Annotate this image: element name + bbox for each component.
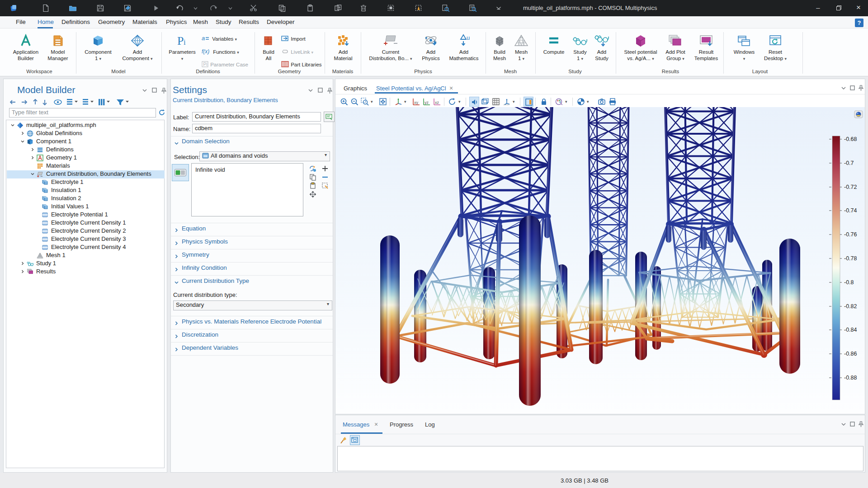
svg-text:f(x): f(x): [202, 48, 209, 55]
svg-text:i: i: [184, 38, 186, 47]
svg-text:-0.82: -0.82: [844, 303, 857, 310]
svg-text:yz: yz: [425, 100, 429, 105]
svg-text:xy: xy: [414, 100, 419, 105]
svg-text:-0.7: -0.7: [844, 160, 854, 166]
svg-text:-0.76: -0.76: [844, 231, 857, 238]
svg-text:-0.8: -0.8: [844, 279, 854, 286]
svg-text:u: u: [467, 34, 470, 41]
svg-text:-0.74: -0.74: [844, 207, 857, 214]
svg-text:-0.88: -0.88: [844, 375, 857, 381]
svg-text:-0.72: -0.72: [844, 184, 857, 190]
svg-text:a: a: [202, 35, 205, 42]
svg-text:-0.84: -0.84: [844, 327, 857, 333]
svg-text:-0.68: -0.68: [844, 136, 857, 142]
svg-text:Pi: Pi: [203, 62, 208, 67]
svg-text:P: P: [177, 34, 184, 47]
svg-text:-0.78: -0.78: [844, 255, 857, 262]
svg-text:xz: xz: [435, 100, 439, 105]
svg-text:-0.86: -0.86: [844, 351, 857, 357]
